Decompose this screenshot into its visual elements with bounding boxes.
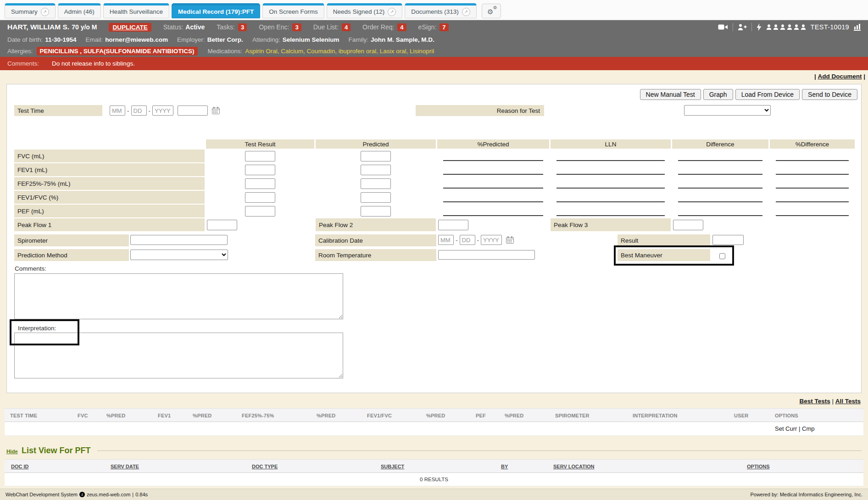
peak-flow-2-cell: [437, 218, 549, 231]
tab-summary[interactable]: Summary ↗: [5, 3, 56, 18]
row-label-fef25-75: FEF25%-75% (mL): [14, 177, 205, 190]
hide-link[interactable]: Hide: [6, 449, 18, 454]
due-list-count-badge[interactable]: 4: [342, 23, 351, 31]
calibration-month-input[interactable]: [438, 235, 454, 245]
pipe: |: [814, 73, 816, 80]
comments-textarea[interactable]: [14, 273, 343, 319]
prediction-method-select[interactable]: [130, 250, 228, 260]
calibration-year-input[interactable]: [481, 235, 502, 245]
dash: -: [477, 237, 479, 244]
email-label: Email:: [86, 36, 103, 43]
spirometer-input[interactable]: [130, 235, 228, 245]
new-manual-test-button[interactable]: New Manual Test: [640, 89, 701, 100]
peak-flow-1-input[interactable]: [207, 220, 237, 230]
list-col-serv-date[interactable]: SERV DATE: [111, 464, 139, 469]
list-col-options[interactable]: OPTIONS: [747, 464, 770, 469]
test-time-time-input[interactable]: [178, 106, 208, 116]
order-req-count-badge[interactable]: 4: [397, 23, 406, 31]
best-maneuver-checkbox[interactable]: [719, 253, 725, 259]
fvc-predicted-input[interactable]: [361, 151, 391, 161]
list-col-doc-id[interactable]: DOC ID: [11, 464, 29, 469]
all-tests-link[interactable]: All Tests: [835, 398, 861, 405]
fvc-pct-difference-line: [770, 150, 855, 162]
fev1-test-result-input[interactable]: [245, 165, 275, 175]
esign-count-badge[interactable]: 7: [440, 23, 448, 31]
popout-icon[interactable]: ↗: [388, 8, 396, 16]
allergies-badge[interactable]: PENICILLINS , SULFA(SULFONAMIDE ANTIBIOT…: [37, 47, 198, 56]
add-document-link[interactable]: Add Document: [818, 73, 862, 80]
results-col-pef: PEF: [476, 413, 486, 418]
send-to-device-button[interactable]: Send to Device: [802, 89, 857, 100]
interpretation-textarea[interactable]: [14, 333, 343, 378]
tab-documents[interactable]: Documents (313) ↗: [405, 3, 477, 18]
pef-pct-difference-line: [770, 205, 855, 217]
fev1fvc-test-result-input[interactable]: [245, 192, 275, 203]
tab-health-surveillance[interactable]: Health Surveillance: [103, 3, 169, 18]
load-from-device-button[interactable]: Load From Device: [735, 89, 800, 100]
test-time-month-input[interactable]: [110, 106, 125, 116]
tab-needs-signed[interactable]: Needs Signed (12) ↗: [327, 3, 403, 18]
col-header-test-result: Test Result: [206, 139, 314, 149]
calendar-icon[interactable]: [212, 107, 220, 114]
calibration-date-group: - -: [438, 235, 514, 245]
dash: -: [149, 107, 151, 114]
tasks-label: Tasks:: [217, 23, 235, 31]
tab-medical-record[interactable]: Medical Record (179):PFT: [172, 3, 260, 18]
add-person-icon[interactable]: [738, 24, 747, 31]
list-col-serv-location[interactable]: SERV LOCATION: [553, 464, 594, 469]
settings-button[interactable]: ⚙ ⚙: [482, 4, 501, 18]
room-temperature-label: Room Temperature: [315, 249, 436, 261]
result-label: Result: [618, 234, 710, 246]
bar-chart-icon[interactable]: [854, 23, 861, 31]
best-maneuver-label: Best Maneuver: [618, 249, 710, 261]
row-label-fev1-fvc: FEV1/FVC (%): [14, 191, 205, 204]
list-col-subject[interactable]: SUBJECT: [381, 464, 404, 469]
fef-test-result-input[interactable]: [245, 178, 275, 189]
test-time-day-input[interactable]: [131, 106, 147, 116]
lightning-icon[interactable]: [757, 23, 762, 31]
divider: [733, 23, 733, 31]
fev1fvc-predicted-input[interactable]: [361, 192, 391, 203]
tab-admin[interactable]: Admin (46): [58, 3, 101, 18]
family-value: John M. Sample, M.D.: [371, 36, 434, 43]
popout-icon[interactable]: ↗: [462, 8, 470, 16]
grid-spacer: [14, 139, 205, 149]
open-enc-count-badge[interactable]: 3: [292, 23, 301, 31]
comments-label: Comments:: [15, 265, 46, 272]
popout-icon[interactable]: ↗: [41, 8, 49, 16]
duplicate-badge[interactable]: DUPLICATE: [109, 23, 151, 32]
medications-list[interactable]: Aspirin Oral, Calcium, Coumadin, ibuprof…: [245, 48, 434, 55]
info-icon[interactable]: i: [79, 492, 85, 497]
list-col-doc-type[interactable]: DOC TYPE: [252, 464, 278, 469]
fvc-lln-line: [551, 150, 671, 162]
peak-flow-3-input[interactable]: [673, 220, 703, 230]
reason-for-test-select[interactable]: [684, 105, 771, 116]
add-document-row: | Add Document |: [0, 70, 868, 81]
prediction-row: Prediction Method Room Temperature Best …: [14, 249, 855, 261]
fef-predicted-input[interactable]: [361, 178, 391, 189]
pef-test-result-input[interactable]: [245, 206, 275, 217]
tasks-count-badge[interactable]: 3: [238, 23, 247, 31]
room-temperature-input[interactable]: [438, 250, 535, 260]
video-camera-icon[interactable]: [718, 24, 728, 30]
list-col-by[interactable]: BY: [501, 464, 508, 469]
test-time-year-input[interactable]: [152, 106, 173, 116]
spirometer-row: Spirometer Calibration Date - - Result: [14, 234, 855, 246]
fev1-predicted-input[interactable]: [361, 165, 391, 175]
fvc-test-result-input[interactable]: [245, 151, 275, 161]
peak-flow-2-input[interactable]: [438, 220, 468, 230]
fef-pct-predicted-line: [437, 177, 549, 190]
footer-host: zeus.med-web.com: [87, 492, 130, 497]
fef-test-result-cell: [206, 177, 314, 190]
calibration-day-input[interactable]: [460, 235, 475, 245]
tab-on-screen-forms[interactable]: On Screen Forms: [262, 3, 324, 18]
best-tests-link[interactable]: Best Tests: [799, 398, 830, 405]
peak-flow-3-label: Peak Flow 3: [551, 218, 671, 231]
calendar-icon[interactable]: [506, 236, 514, 244]
pef-predicted-input[interactable]: [361, 206, 391, 217]
fvc-pct-predicted-line: [437, 150, 549, 162]
set-curr-cmp-links[interactable]: Set Curr | Cmp: [775, 425, 814, 432]
pef-difference-line: [672, 205, 768, 217]
graph-button[interactable]: Graph: [703, 89, 733, 100]
result-input[interactable]: [712, 235, 744, 245]
